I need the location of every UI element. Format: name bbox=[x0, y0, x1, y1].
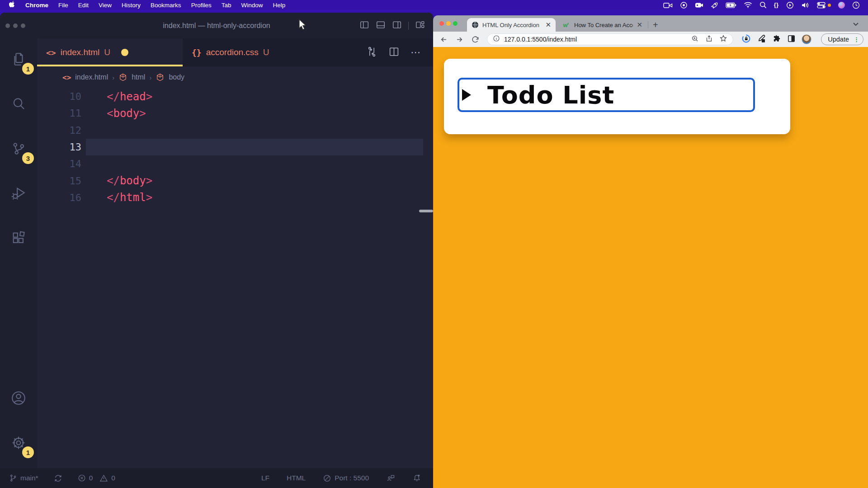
url-text[interactable]: 127.0.0.1:5500/index.html bbox=[504, 36, 687, 43]
breadcrumb-node[interactable]: body bbox=[169, 73, 184, 81]
sync-changes-button[interactable] bbox=[54, 474, 62, 483]
siri-icon[interactable] bbox=[838, 2, 845, 9]
toggle-primary-sidebar-icon[interactable] bbox=[359, 20, 369, 32]
code-line-10[interactable]: 10</head> bbox=[37, 88, 433, 105]
tab-search-chevron-icon[interactable] bbox=[853, 20, 859, 28]
new-tab-button[interactable]: + bbox=[650, 20, 661, 30]
close-window-button[interactable] bbox=[5, 23, 10, 28]
site-info-icon[interactable] bbox=[493, 35, 500, 44]
sidebar-item-settings[interactable]: 1 bbox=[7, 431, 30, 455]
close-tab-icon[interactable]: ✕ bbox=[545, 21, 551, 29]
back-button[interactable] bbox=[438, 35, 450, 44]
battery-charging-icon[interactable] bbox=[726, 2, 736, 8]
video-camera-icon[interactable] bbox=[695, 2, 703, 9]
screen-record-icon[interactable] bbox=[663, 1, 673, 9]
apple-logo-icon[interactable] bbox=[9, 1, 16, 9]
open-changes-icon[interactable] bbox=[366, 46, 377, 59]
play-circle-icon[interactable] bbox=[786, 1, 794, 9]
browser-menu-dots-icon[interactable]: ⋮ bbox=[854, 37, 859, 42]
sidebar-item-source-control[interactable]: 3 bbox=[7, 137, 30, 160]
close-tab-icon[interactable]: ✕ bbox=[637, 21, 642, 29]
feedback-icon bbox=[386, 474, 395, 483]
toggle-secondary-sidebar-icon[interactable] bbox=[392, 20, 402, 32]
code-text: <body> bbox=[107, 107, 146, 120]
bookmark-star-icon[interactable] bbox=[719, 34, 727, 44]
more-actions-icon[interactable]: ⋯ bbox=[410, 47, 421, 58]
clock-icon[interactable] bbox=[852, 1, 860, 9]
breadcrumb-file[interactable]: index.html bbox=[75, 73, 108, 81]
menu-item-window[interactable]: Window bbox=[236, 2, 268, 9]
code-line-16[interactable]: 16</html> bbox=[37, 189, 433, 206]
svg-text:w: w bbox=[563, 22, 568, 28]
split-editor-icon[interactable] bbox=[388, 46, 400, 59]
circle-slash-icon bbox=[323, 474, 331, 483]
error-count: 0 bbox=[89, 474, 93, 482]
menu-item-help[interactable]: Help bbox=[268, 2, 290, 9]
privacy-extension-icon[interactable] bbox=[741, 34, 751, 45]
menu-item-edit[interactable]: Edit bbox=[73, 2, 94, 9]
sidebar-item-extensions[interactable] bbox=[7, 226, 30, 250]
forward-button[interactable] bbox=[453, 35, 466, 44]
menu-item-tab[interactable]: Tab bbox=[217, 2, 236, 9]
unsaved-changes-dot[interactable] bbox=[121, 49, 128, 56]
live-server-status[interactable]: Port : 5500 bbox=[323, 474, 369, 483]
rocket-icon[interactable] bbox=[711, 1, 718, 9]
code-line-12[interactable]: 12 bbox=[37, 122, 433, 139]
code-line-13[interactable]: 13 bbox=[37, 139, 433, 155]
update-button[interactable]: Update ⋮ bbox=[821, 33, 863, 45]
code-braces-icon[interactable]: {} bbox=[774, 2, 779, 8]
notifications-button[interactable] bbox=[412, 474, 421, 483]
color-picker-extension-icon[interactable] bbox=[757, 34, 766, 45]
code-line-14[interactable]: 14 bbox=[37, 155, 433, 172]
code-line-15[interactable]: 15</body> bbox=[37, 172, 433, 189]
address-bar[interactable]: 127.0.0.1:5500/index.html bbox=[487, 33, 733, 45]
sidebar-item-explorer[interactable]: 1 bbox=[7, 47, 30, 71]
browser-tab-inactive[interactable]: w How To Create an Accordion ✕ bbox=[558, 18, 647, 32]
record-icon[interactable] bbox=[680, 1, 688, 9]
wifi-icon[interactable] bbox=[744, 2, 752, 8]
menu-item-bookmarks[interactable]: Bookmarks bbox=[146, 2, 186, 9]
menu-item-app[interactable]: Chrome bbox=[20, 2, 53, 9]
toggle-panel-icon[interactable] bbox=[376, 20, 386, 32]
eol-indicator[interactable]: LF bbox=[261, 474, 269, 482]
zoom-window-button[interactable] bbox=[453, 21, 458, 26]
code-editor[interactable]: 10</head>11<body>12131415</body>16</html… bbox=[37, 88, 433, 468]
browser-tab-active[interactable]: HTML Only Accordion ✕ bbox=[467, 18, 556, 32]
macos-menu-bar: Chrome FileEditViewHistoryBookmarksProfi… bbox=[0, 0, 868, 10]
spotlight-search-icon[interactable] bbox=[760, 1, 767, 9]
problems-status[interactable]: 0 0 bbox=[78, 474, 115, 483]
vscode-window-controls bbox=[5, 23, 25, 28]
code-line-11[interactable]: 11<body> bbox=[37, 105, 433, 122]
html-file-icon: <> bbox=[46, 48, 56, 57]
minimize-window-button[interactable] bbox=[446, 21, 451, 26]
extensions-puzzle-icon[interactable] bbox=[772, 34, 781, 45]
language-mode[interactable]: HTML bbox=[287, 474, 306, 482]
tab-divider bbox=[648, 21, 648, 28]
customize-layout-icon[interactable] bbox=[415, 20, 425, 32]
sidebar-item-search[interactable] bbox=[7, 92, 30, 116]
volume-icon[interactable] bbox=[801, 2, 810, 9]
accordion-summary[interactable]: Todo List bbox=[458, 78, 755, 112]
zoom-page-icon[interactable] bbox=[691, 35, 699, 44]
minimize-window-button[interactable] bbox=[13, 23, 18, 28]
sidebar-item-run-debug[interactable] bbox=[7, 182, 30, 205]
git-branch-status[interactable]: main* bbox=[9, 474, 38, 482]
tab-index-html[interactable]: <> index.html U bbox=[37, 38, 183, 66]
zoom-window-button[interactable] bbox=[21, 23, 25, 28]
menu-item-profiles[interactable]: Profiles bbox=[186, 2, 217, 9]
reload-button[interactable] bbox=[469, 35, 481, 44]
feedback-button[interactable] bbox=[386, 474, 395, 483]
share-icon[interactable] bbox=[705, 35, 713, 44]
close-window-button[interactable] bbox=[439, 21, 444, 26]
profile-avatar[interactable] bbox=[802, 34, 811, 44]
control-center-icon[interactable] bbox=[817, 2, 831, 9]
tab-accordion-css[interactable]: {} accordion.css U bbox=[183, 38, 311, 66]
source-control-badge: 3 bbox=[22, 152, 34, 164]
menu-item-file[interactable]: File bbox=[53, 2, 73, 9]
menu-item-history[interactable]: History bbox=[117, 2, 146, 9]
sidebar-item-account[interactable] bbox=[7, 386, 30, 410]
dark-mode-extension-icon[interactable] bbox=[787, 34, 796, 45]
breadcrumb-node[interactable]: html bbox=[132, 73, 145, 81]
menu-item-view[interactable]: View bbox=[94, 2, 117, 9]
window-drag-handle[interactable] bbox=[419, 210, 433, 212]
